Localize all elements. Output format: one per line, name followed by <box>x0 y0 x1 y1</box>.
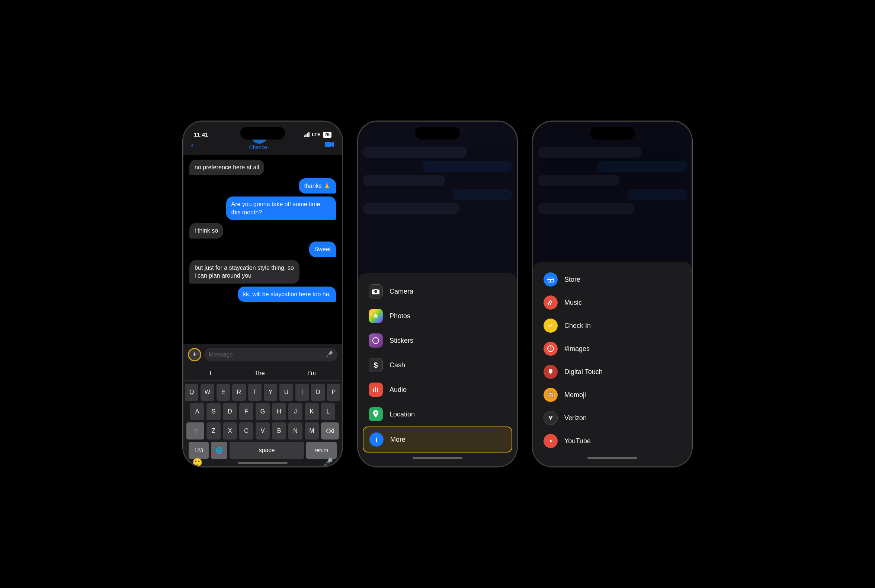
key-x[interactable]: X <box>223 422 237 440</box>
checkin-icon <box>544 318 558 333</box>
keyboard-row-2: A S D F G H J K L <box>185 403 340 420</box>
more-screen: Store Music Check In <box>533 122 692 466</box>
photos-icon <box>369 309 383 323</box>
key-d[interactable]: D <box>223 403 237 420</box>
key-g[interactable]: G <box>256 403 270 420</box>
add-button[interactable]: + <box>188 348 201 362</box>
key-n[interactable]: N <box>288 422 303 440</box>
phone-2: Camera Photos Stickers <box>358 121 517 467</box>
key-s[interactable]: S <box>207 403 220 420</box>
key-z[interactable]: Z <box>207 422 220 440</box>
menu-item-location[interactable]: Location <box>358 402 517 426</box>
key-f[interactable]: F <box>239 403 253 420</box>
mic-keyboard-icon[interactable]: 🎤 <box>323 458 333 467</box>
message-text: but just for a staycation style thing, s… <box>195 265 294 279</box>
location-icon <box>369 407 383 421</box>
emoji-key[interactable]: 🌐 <box>211 442 227 459</box>
more-item-memoji[interactable]: 🐵 Memoji <box>533 383 692 406</box>
key-u[interactable]: U <box>279 384 293 401</box>
number-key[interactable]: 123 <box>189 442 209 459</box>
bg-bubble <box>627 189 687 200</box>
audio-icon <box>369 382 383 397</box>
predictive-word[interactable]: I <box>207 369 214 377</box>
predictive-word[interactable]: I'm <box>305 369 319 377</box>
more-item-label: #images <box>564 345 590 353</box>
menu-item-more[interactable]: More <box>363 426 512 453</box>
svg-rect-3 <box>375 387 376 392</box>
key-l[interactable]: L <box>321 403 335 420</box>
bg-bubble <box>363 147 467 158</box>
messages-area: no preference here at all thanks 🙏 Are y… <box>183 155 342 344</box>
contact-name[interactable]: Chance › <box>249 144 269 150</box>
emoji-keyboard-icon[interactable]: 🙂 <box>192 458 202 467</box>
key-a[interactable]: A <box>190 403 204 420</box>
message-text: Are you gonna take off some time this mo… <box>231 201 320 216</box>
delete-key[interactable]: ⌫ <box>321 422 339 440</box>
contact-chevron-icon: › <box>268 145 269 150</box>
key-k[interactable]: K <box>305 403 319 420</box>
svg-rect-4 <box>377 388 378 392</box>
key-r[interactable]: R <box>232 384 246 401</box>
menu-item-photos[interactable]: Photos <box>358 304 517 328</box>
key-y[interactable]: Y <box>264 384 277 401</box>
key-j[interactable]: J <box>288 403 303 420</box>
music-icon <box>544 296 558 310</box>
menu-item-camera[interactable]: Camera <box>358 279 517 304</box>
menu-item-label: Stickers <box>390 337 413 345</box>
return-key[interactable]: return <box>306 442 337 459</box>
key-o[interactable]: O <box>311 384 324 401</box>
images-icon: # <box>544 342 558 356</box>
message-input[interactable]: Message 🎤 <box>204 348 337 362</box>
more-item-label: Check In <box>564 322 591 330</box>
bg-bubble <box>363 175 445 186</box>
message-text: i think so <box>195 227 218 234</box>
message-placeholder: Message <box>209 351 233 358</box>
more-item-label: Memoji <box>564 391 586 399</box>
key-t[interactable]: T <box>248 384 262 401</box>
more-item-label: Music <box>564 299 582 307</box>
more-item-verizon[interactable]: Verizon <box>533 406 692 429</box>
more-item-label: Verizon <box>564 414 587 422</box>
bg-bubble <box>452 189 512 200</box>
message-bubble: Are you gonna take off some time this mo… <box>226 196 336 220</box>
key-h[interactable]: H <box>272 403 286 420</box>
menu-item-audio[interactable]: Audio <box>358 377 517 402</box>
more-item-label: YouTube <box>564 437 591 445</box>
cash-icon: $ <box>369 358 383 372</box>
bg-bubble <box>423 161 512 172</box>
message-bubble: Sweet <box>309 242 336 257</box>
more-item-checkin[interactable]: Check In <box>533 314 692 337</box>
signal-bar-1 <box>304 135 305 137</box>
svg-text:#: # <box>550 347 552 351</box>
space-key[interactable]: space <box>229 442 304 459</box>
mic-icon: 🎤 <box>325 351 333 358</box>
menu-item-stickers[interactable]: Stickers <box>358 328 517 353</box>
svg-marker-1 <box>331 141 334 147</box>
key-m[interactable]: M <box>305 422 319 440</box>
bg-bubble <box>363 203 460 214</box>
more-item-digitaltouch[interactable]: Digital Touch <box>533 360 692 383</box>
verizon-icon <box>544 411 558 425</box>
menu-item-cash[interactable]: $ Cash <box>358 353 517 377</box>
status-lte: LTE <box>312 132 321 137</box>
key-q[interactable]: Q <box>185 384 198 401</box>
shift-key[interactable]: ⇧ <box>186 422 204 440</box>
more-item-music[interactable]: Music <box>533 291 692 314</box>
more-item-youtube[interactable]: YouTube <box>533 429 692 453</box>
key-e[interactable]: E <box>217 384 230 401</box>
key-w[interactable]: W <box>201 384 214 401</box>
signal-bar-2 <box>306 134 307 137</box>
menu-screen: Camera Photos Stickers <box>358 122 517 466</box>
predictive-word[interactable]: The <box>252 369 268 377</box>
more-item-store[interactable]: Store <box>533 268 692 291</box>
key-i[interactable]: I <box>295 384 309 401</box>
keyboard: I The I'm Q W E R T Y U I O P A S D F <box>183 365 342 466</box>
key-v[interactable]: V <box>256 422 270 440</box>
key-p[interactable]: P <box>327 384 340 401</box>
home-indicator-3 <box>587 457 637 459</box>
more-item-images[interactable]: # #images <box>533 337 692 360</box>
key-c[interactable]: C <box>239 422 253 440</box>
key-b[interactable]: B <box>272 422 286 440</box>
bg-bubble <box>538 203 635 214</box>
message-bubble: kk, will be staycation here too ha, <box>238 286 336 302</box>
